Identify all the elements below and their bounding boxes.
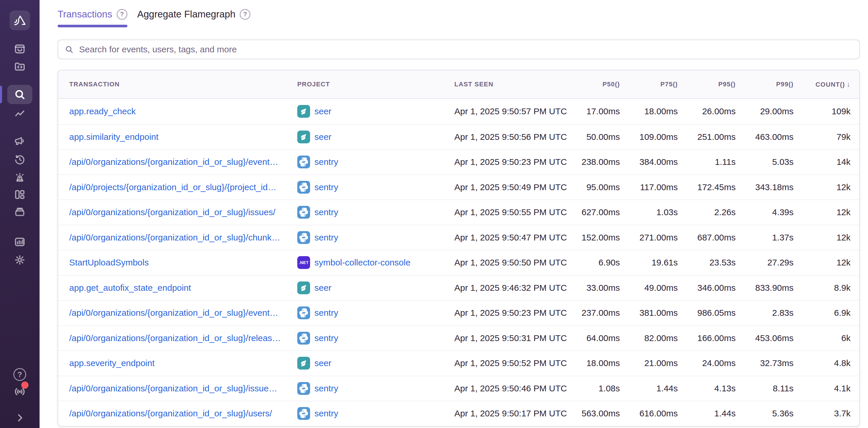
- sidebar-item-alerts[interactable]: [0, 172, 39, 184]
- p99-cell: 4.39s: [736, 207, 794, 217]
- transaction-cell: app.similarity_endpoint: [58, 132, 297, 142]
- table-row: /api/0/organizations/{organization_id_or…: [58, 300, 859, 325]
- transaction-link[interactable]: app.similarity_endpoint: [69, 132, 158, 142]
- last-seen-cell: Apr 1, 2025 9:50:23 PM UTC: [454, 308, 562, 318]
- transaction-link[interactable]: /api/0/organizations/{organization_id_or…: [69, 384, 277, 393]
- transaction-link[interactable]: /api/0/organizations/{organization_id_or…: [69, 233, 280, 242]
- p99-cell: 32.73ms: [736, 358, 794, 368]
- sidebar-item-whats-new[interactable]: [0, 385, 39, 398]
- project-link[interactable]: sentry: [314, 233, 338, 242]
- p50-cell: 6.90s: [562, 258, 620, 267]
- transaction-link[interactable]: /api/0/organizations/{organization_id_or…: [69, 333, 281, 343]
- sidebar-item-replays[interactable]: [0, 154, 39, 165]
- transaction-link[interactable]: app.get_autofix_state_endpoint: [69, 283, 191, 293]
- count-cell: 4.8k: [794, 358, 859, 368]
- table-row: /api/0/organizations/{organization_id_or…: [58, 149, 859, 174]
- project-link[interactable]: sentry: [314, 207, 338, 217]
- p50-cell: 18.00ms: [562, 358, 620, 368]
- transaction-link[interactable]: /api/0/projects/{organization_id_or_slug…: [69, 182, 276, 192]
- project-link[interactable]: sentry: [314, 408, 338, 419]
- search-input[interactable]: [79, 44, 853, 54]
- transactions-table: TRANSACTION PROJECT LAST SEEN P50() P75(…: [58, 70, 860, 427]
- p75-cell: 381.00ms: [620, 308, 678, 318]
- sentry-logo-icon: [13, 14, 27, 27]
- tab-transactions[interactable]: Transactions ?: [58, 7, 127, 27]
- sentry-logo[interactable]: [9, 10, 30, 30]
- sidebar-item-help[interactable]: ?: [0, 368, 39, 381]
- help-icon: ?: [13, 368, 26, 381]
- transaction-link[interactable]: /api/0/organizations/{organization_id_or…: [69, 207, 276, 217]
- table-row: /api/0/organizations/{organization_id_or…: [58, 376, 859, 401]
- transaction-link[interactable]: StartUploadSymbols: [69, 258, 149, 267]
- project-cell: seer: [297, 282, 454, 294]
- sidebar-item-issues[interactable]: [0, 43, 39, 55]
- project-link[interactable]: seer: [314, 358, 331, 368]
- project-cell: sentry: [297, 382, 454, 395]
- header-count[interactable]: COUNT()↓: [794, 80, 859, 88]
- search-bar[interactable]: [58, 39, 860, 59]
- p50-cell: 33.00ms: [562, 283, 620, 293]
- transaction-link[interactable]: /api/0/organizations/{organization_id_or…: [69, 308, 278, 318]
- project-link[interactable]: sentry: [314, 384, 338, 393]
- project-link[interactable]: seer: [314, 132, 331, 142]
- transaction-cell: app.get_autofix_state_endpoint: [58, 283, 297, 293]
- sidebar-item-insights[interactable]: [0, 108, 39, 120]
- p50-cell: 238.00ms: [562, 157, 620, 167]
- sidebar-item-stats[interactable]: [0, 236, 39, 248]
- transaction-link[interactable]: app.ready_check: [69, 106, 136, 116]
- sidebar-item-feedback[interactable]: [0, 135, 39, 147]
- table-row: /api/0/organizations/{organization_id_or…: [58, 199, 859, 225]
- sidebar-item-settings[interactable]: [0, 254, 39, 266]
- project-platform-icon: [297, 105, 310, 118]
- p75-cell: 19.61s: [620, 258, 678, 267]
- header-p50[interactable]: P50(): [562, 80, 620, 88]
- sidebar-item-dashboards[interactable]: [0, 189, 39, 200]
- header-p99[interactable]: P99(): [736, 80, 794, 88]
- tab-aggregate-flamegraph[interactable]: Aggregate Flamegraph ?: [137, 7, 251, 27]
- transaction-link[interactable]: /api/0/organizations/{organization_id_or…: [69, 157, 278, 167]
- transaction-link[interactable]: app.severity_endpoint: [69, 358, 155, 368]
- count-cell: 14k: [794, 157, 859, 167]
- project-link[interactable]: sentry: [314, 157, 338, 167]
- p50-cell: 563.00ms: [562, 408, 620, 419]
- project-link[interactable]: seer: [314, 283, 331, 293]
- header-transaction[interactable]: TRANSACTION: [58, 80, 297, 88]
- table-row: app.ready_check seer Apr 1, 2025 9:50:57…: [58, 99, 859, 124]
- project-link[interactable]: seer: [314, 106, 331, 116]
- p50-cell: 1.08s: [562, 384, 620, 393]
- project-platform-icon: [297, 332, 310, 344]
- header-p75[interactable]: P75(): [620, 80, 678, 88]
- project-platform-icon: [297, 382, 310, 395]
- header-p95[interactable]: P95(): [678, 80, 736, 88]
- aggregate-flamegraph-help-icon[interactable]: ?: [240, 9, 250, 20]
- transaction-cell: StartUploadSymbols: [58, 258, 297, 267]
- transaction-cell: /api/0/organizations/{organization_id_or…: [58, 333, 297, 343]
- sidebar-item-explore[interactable]: [0, 61, 39, 72]
- explore-folder-code-icon: [14, 61, 26, 72]
- p50-cell: 237.00ms: [562, 308, 620, 318]
- sidebar-item-releases[interactable]: [0, 206, 39, 218]
- active-tab-underline: [58, 25, 127, 27]
- table-row: /api/0/organizations/{organization_id_or…: [58, 401, 859, 426]
- sidebar-item-search-active[interactable]: [7, 85, 32, 104]
- dashboards-icon: [14, 189, 26, 200]
- header-project[interactable]: PROJECT: [297, 80, 454, 88]
- project-link[interactable]: sentry: [314, 182, 338, 192]
- transaction-cell: /api/0/organizations/{organization_id_or…: [58, 157, 297, 167]
- p75-cell: 616.00ms: [620, 408, 678, 419]
- transactions-help-icon[interactable]: ?: [117, 9, 127, 20]
- project-link[interactable]: symbol-collector-console: [314, 258, 410, 267]
- table-row: app.similarity_endpoint seer Apr 1, 2025…: [58, 124, 859, 150]
- header-last-seen[interactable]: LAST SEEN: [454, 80, 562, 88]
- project-cell: seer: [297, 357, 454, 369]
- project-link[interactable]: sentry: [314, 308, 338, 318]
- transaction-link[interactable]: /api/0/organizations/{organization_id_or…: [69, 408, 272, 418]
- tab-transactions-label: Transactions: [58, 9, 112, 20]
- sidebar-collapse-button[interactable]: [0, 412, 39, 423]
- count-cell: 3.7k: [794, 408, 859, 419]
- transaction-cell: /api/0/organizations/{organization_id_or…: [58, 408, 297, 419]
- p95-cell: 251.00ms: [678, 132, 736, 142]
- project-platform-icon: [297, 231, 310, 244]
- p75-cell: 1.03s: [620, 207, 678, 217]
- project-link[interactable]: sentry: [314, 333, 338, 343]
